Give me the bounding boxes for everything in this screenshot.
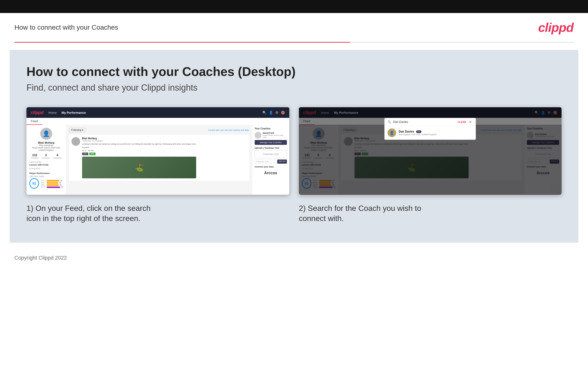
profile-name: Blair McHarg	[29, 141, 63, 144]
following-btn[interactable]: Following ▾	[69, 128, 86, 132]
result-avatar: 👤	[387, 129, 396, 137]
header: How to connect with your Coaches clippd	[0, 13, 588, 42]
arccos-logo: Arccos	[255, 169, 287, 177]
profile-handicap: Plus Handicap	[29, 144, 63, 147]
screenshots-row: clippd Home My Performance 🔍 👤 ⚙ 🟤 Feed	[26, 107, 562, 223]
trackman-box: Trackman Link	[255, 150, 287, 158]
page-title: How to connect with your Coaches	[14, 24, 118, 31]
mock-profile-panel: Blair McHarg Plus Handicap Royal North D…	[26, 125, 66, 195]
post-text: Looking to feel like my hands are exitin…	[82, 143, 196, 145]
result-badge: Pro	[416, 130, 421, 133]
copyright: Copyright Clippd 2022	[14, 255, 67, 261]
add-link-btn[interactable]: Add Link	[277, 159, 287, 164]
mock-feed-panel: Following ▾ Control who can see your act…	[66, 125, 252, 195]
perf-section: Player Performance Total Player Quality …	[29, 172, 63, 190]
result-club: Sunningdale Golf Club, United Kingdom	[399, 133, 437, 136]
clear-button[interactable]: CLEAR	[458, 121, 466, 123]
post-avatar	[71, 137, 80, 146]
score-circle: 92	[29, 178, 39, 189]
post-duration-val: 01 hr : 30 min	[82, 149, 196, 152]
search-input-row: 🔍 Dan Davies CLEAR ✕	[385, 118, 476, 126]
step2-caption-line1: 2) Search for the Coach you wish to	[299, 204, 421, 212]
profile-club: Royal North Devon Golf Club, United King…	[29, 147, 63, 151]
trackman-input-row: Trackman Link Add Link	[255, 159, 287, 164]
step1-caption-line2: icon in the top right of the screen.	[26, 214, 140, 223]
footer: Copyright Clippd 2022	[0, 250, 588, 266]
feed-tab[interactable]: Feed	[26, 118, 42, 125]
search-bar-icon: 🔍	[387, 120, 391, 124]
off-btn[interactable]: OTT	[82, 153, 88, 155]
perf-title: Player Performance	[29, 172, 63, 175]
result-name: Dan Davies	[399, 130, 414, 133]
step1-col: clippd Home My Performance 🔍 👤 ⚙ 🟤 Feed	[26, 107, 289, 223]
settings-icon[interactable]: ⚙	[275, 110, 279, 114]
profile-icon[interactable]: 👤	[269, 110, 273, 114]
stat-activities: 131 Activities	[31, 153, 39, 159]
post-image	[82, 157, 196, 178]
step1-screenshot: clippd Home My Performance 🔍 👤 ⚙ 🟤 Feed	[26, 107, 289, 195]
bar-arg: ARG 86	[41, 184, 63, 186]
page-heading: How to connect with your Coaches (Deskto…	[26, 64, 562, 79]
search-bar: 🔍 Dan Davies CLEAR ✕ 👤 Dan Davies Pro S	[384, 118, 476, 140]
trackman-input[interactable]: Trackman Link	[255, 159, 277, 164]
step1-caption-line1: 1) On your Feed, click on the search	[26, 204, 151, 212]
coach-info: David Ford Royal North Devon Golf Club	[263, 132, 287, 138]
post-author: Blair McHarg	[82, 137, 196, 140]
step1-caption: 1) On your Feed, click on the search ico…	[26, 203, 289, 223]
coach-item: David Ford Royal North Devon Golf Club	[255, 132, 287, 138]
latest-date: 03 Aug 2022	[29, 167, 63, 170]
bar-ott: OTT 90	[41, 180, 63, 182]
profile-stats: 131 Activities 3 Followers 4 Following	[29, 153, 63, 159]
post-card: Blair McHarg Yesterday · Sunningdale Loo…	[69, 135, 249, 181]
perf-subtitle: Total Player Quality	[29, 175, 63, 177]
mock-nav: clippd Home My Performance 🔍 👤 ⚙ 🟤	[26, 107, 289, 118]
latest-activity: Lesson with Fordy	[29, 164, 63, 166]
close-icon[interactable]: ✕	[468, 120, 473, 124]
upload-title: Upload a Trackman Test	[255, 147, 287, 149]
top-bar	[0, 0, 588, 13]
mock-coaches-panel: Your Coaches David Ford Royal North Devo…	[252, 125, 289, 195]
coach-club: Royal North Devon Golf Club	[263, 134, 287, 138]
main-content: How to connect with your Coaches (Deskto…	[10, 50, 578, 243]
app-btn[interactable]: APP	[89, 153, 96, 155]
mock-nav-myperf[interactable]: My Performance	[61, 111, 86, 114]
connect-title: Connect your data	[255, 166, 287, 168]
post-btns: OTT APP	[82, 153, 196, 155]
profile-avatar	[40, 128, 52, 140]
latest-label: Latest Activity	[29, 161, 63, 163]
page-subheading: Find, connect and share your Clippd insi…	[26, 83, 562, 93]
bar-putt: PUTT 96	[41, 186, 63, 188]
mock-body: Blair McHarg Plus Handicap Royal North D…	[26, 125, 289, 195]
post-duration: Duration	[82, 146, 196, 148]
header-divider	[14, 42, 574, 43]
stat-followers: 3 Followers	[42, 153, 50, 159]
manage-coaches-btn[interactable]: Manage Your Coaches	[255, 140, 287, 145]
step2-col: clippd Home My Performance 🔍 👤 ⚙ 🟤 Feed	[299, 107, 562, 223]
clippd-logo: clippd	[538, 20, 574, 35]
mock-nav-icons: 🔍 👤 ⚙ 🟤	[262, 110, 285, 114]
coach-avatar	[255, 132, 261, 138]
step2-screenshot: clippd Home My Performance 🔍 👤 ⚙ 🟤 Feed	[299, 107, 562, 195]
mock-nav-home[interactable]: Home	[48, 111, 57, 114]
search-result[interactable]: 👤 Dan Davies Pro Sunningdale Golf Club, …	[385, 126, 476, 139]
control-link[interactable]: Control who can see your activity and da…	[208, 129, 249, 131]
stat-following: 4 Following	[53, 153, 61, 159]
search-input-text[interactable]: Dan Davies	[393, 120, 456, 124]
step2-caption: 2) Search for the Coach you wish to conn…	[299, 203, 562, 223]
bar-app: APP 85	[41, 182, 63, 184]
post-meta: Yesterday · Sunningdale	[82, 140, 196, 142]
result-info: Dan Davies Pro Sunningdale Golf Club, Un…	[399, 130, 437, 136]
coaches-title: Your Coaches	[255, 127, 287, 130]
search-icon[interactable]: 🔍	[262, 110, 266, 114]
post-content: Blair McHarg Yesterday · Sunningdale Loo…	[82, 137, 196, 178]
avatar-icon[interactable]: 🟤	[281, 110, 285, 114]
coach-name: David Ford	[263, 132, 287, 134]
step2-caption-line2: connect with.	[299, 214, 344, 223]
following-row: Following ▾ Control who can see your act…	[69, 128, 249, 132]
mock-nav-logo: clippd	[31, 110, 44, 115]
